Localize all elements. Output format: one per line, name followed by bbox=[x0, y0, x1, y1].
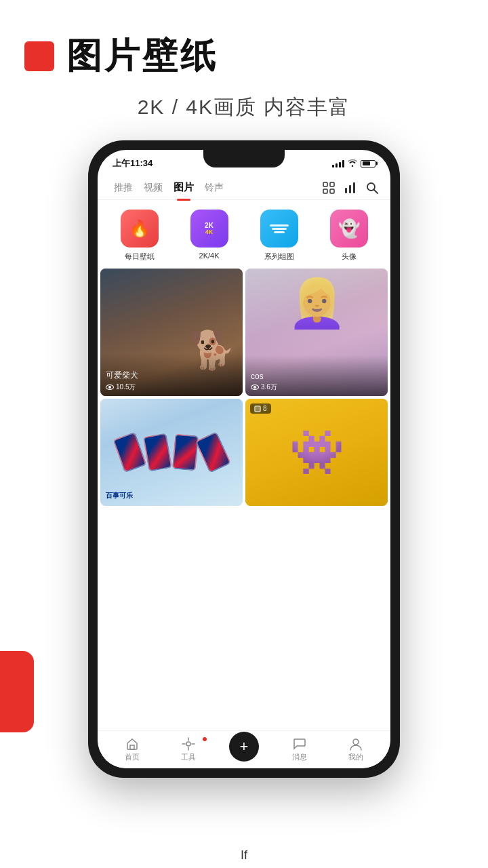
nav-home[interactable]: 首页 bbox=[104, 737, 160, 762]
phone-frame: 上午11:34 bbox=[88, 140, 400, 778]
status-icons bbox=[332, 159, 375, 168]
nav-add[interactable]: + bbox=[216, 738, 272, 762]
nav-tools-label: 工具 bbox=[181, 752, 196, 762]
nav-profile-label: 我的 bbox=[348, 752, 363, 762]
svg-rect-4 bbox=[345, 188, 347, 193]
nav-profile[interactable]: 我的 bbox=[328, 737, 384, 762]
phone-mockup: 上午11:34 bbox=[0, 140, 488, 778]
grid-icon[interactable] bbox=[321, 180, 336, 195]
home-icon bbox=[125, 737, 139, 751]
tools-dot bbox=[203, 737, 207, 741]
cos-card-title: cos bbox=[251, 372, 382, 381]
header: 图片壁纸 bbox=[0, 0, 488, 91]
svg-rect-3 bbox=[330, 189, 334, 193]
dog-card[interactable]: 🐕 可爱柴犬 10.5万 bbox=[100, 269, 243, 396]
brand-icon bbox=[24, 41, 54, 71]
chart-icon[interactable] bbox=[343, 180, 358, 195]
message-icon bbox=[293, 737, 306, 751]
bottom-nav: 首页 工具 + bbox=[98, 730, 390, 768]
daily-wallpaper-label: 每日壁纸 bbox=[125, 252, 155, 262]
nav-tabs: 推推 视频 图片 铃声 bbox=[98, 174, 390, 200]
svg-rect-5 bbox=[349, 185, 351, 193]
cos-card-label: cos 3.6万 bbox=[245, 355, 388, 396]
series-label: 系列组图 bbox=[264, 252, 294, 262]
svg-rect-2 bbox=[323, 189, 327, 193]
pepsi-card[interactable]: 百事可乐 bbox=[100, 399, 243, 506]
image-grid: 🐕 可爱柴犬 10.5万 bbox=[98, 269, 390, 544]
cos-card[interactable]: 👱‍♀️ cos 3.6万 bbox=[245, 269, 388, 396]
svg-point-17 bbox=[353, 739, 359, 745]
view-icon bbox=[106, 384, 114, 390]
svg-rect-11 bbox=[130, 745, 134, 749]
nav-tools[interactable]: 工具 bbox=[160, 737, 216, 762]
series-icon bbox=[260, 210, 298, 248]
subtitle: 2K / 4K画质 内容丰富 bbox=[0, 94, 488, 121]
dog-card-stats: 10.5万 bbox=[106, 382, 237, 392]
2k4k-label: 2K/4K bbox=[199, 252, 220, 260]
nav-icons bbox=[321, 180, 380, 195]
view-icon-cos bbox=[251, 384, 259, 390]
dog-card-label: 可爱柴犬 10.5万 bbox=[100, 353, 243, 396]
page-title: 图片壁纸 bbox=[66, 33, 218, 80]
category-avatar[interactable]: 👻 头像 bbox=[330, 210, 368, 262]
avatar-icon: 👻 bbox=[330, 210, 368, 248]
avatar-label: 头像 bbox=[342, 252, 357, 262]
svg-rect-0 bbox=[323, 182, 327, 186]
phone-screen: 上午11:34 bbox=[98, 150, 390, 768]
phone-notch bbox=[203, 150, 285, 167]
profile-icon bbox=[349, 737, 363, 751]
cos-view-count: 3.6万 bbox=[261, 382, 277, 392]
wifi-icon bbox=[348, 159, 357, 168]
category-daily[interactable]: 🔥 每日壁纸 bbox=[121, 210, 159, 262]
category-2k4k[interactable]: 2K 4K 2K/4K bbox=[190, 210, 228, 262]
nav-messages-label: 消息 bbox=[292, 752, 307, 762]
tab-ringtone[interactable]: 铃声 bbox=[199, 179, 229, 197]
dog-card-title: 可爱柴犬 bbox=[106, 370, 237, 381]
badge-count: 8 bbox=[263, 405, 267, 412]
category-series[interactable]: 系列组图 bbox=[260, 210, 298, 262]
add-button[interactable]: + bbox=[229, 732, 259, 762]
card-badge: 8 bbox=[250, 403, 271, 414]
tools-icon bbox=[182, 737, 195, 751]
svg-rect-1 bbox=[330, 182, 334, 186]
battery-icon bbox=[361, 160, 375, 167]
search-icon[interactable] bbox=[365, 180, 380, 195]
right-column: 👱‍♀️ cos 3.6万 bbox=[245, 269, 388, 506]
nav-messages[interactable]: 消息 bbox=[272, 737, 327, 762]
svg-line-8 bbox=[374, 189, 378, 193]
monster-card[interactable]: 8 👾 bbox=[245, 399, 388, 506]
nav-home-label: 首页 bbox=[125, 752, 140, 762]
daily-wallpaper-icon: 🔥 bbox=[121, 210, 159, 248]
dog-view-count: 10.5万 bbox=[116, 382, 136, 392]
signal-icon bbox=[332, 160, 344, 167]
categories: 🔥 每日壁纸 2K 4K 2K/4K bbox=[98, 200, 390, 269]
svg-point-12 bbox=[186, 742, 190, 746]
tab-picture[interactable]: 图片 bbox=[168, 178, 199, 197]
left-column: 🐕 可爱柴犬 10.5万 bbox=[100, 269, 243, 506]
cos-card-stats: 3.6万 bbox=[251, 382, 382, 392]
tab-tuitu[interactable]: 推推 bbox=[108, 179, 138, 197]
2k4k-icon: 2K 4K bbox=[190, 210, 228, 248]
footer-text: If bbox=[0, 843, 488, 868]
svg-rect-6 bbox=[353, 182, 355, 193]
status-time: 上午11:34 bbox=[113, 157, 152, 170]
tab-video[interactable]: 视频 bbox=[138, 179, 168, 197]
